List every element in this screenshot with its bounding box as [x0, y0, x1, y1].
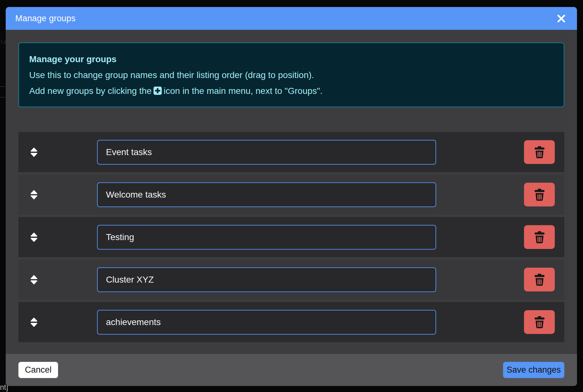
sort-arrows-icon [30, 274, 38, 285]
close-button[interactable] [555, 12, 567, 25]
square-plus-icon [154, 87, 162, 95]
info-box: Manage your groups Use this to change gr… [18, 42, 564, 107]
info-heading: Manage your groups [29, 51, 554, 67]
group-row [18, 217, 564, 257]
delete-group-button[interactable] [524, 183, 555, 206]
close-icon [557, 14, 566, 23]
group-row [18, 174, 564, 215]
group-name-input[interactable] [97, 182, 436, 207]
modal-body: Manage your groups Use this to change gr… [6, 30, 577, 354]
info-line-2-before: Add new groups by clicking the [29, 86, 152, 96]
delete-group-button[interactable] [524, 140, 555, 164]
manage-groups-modal: Manage groups Manage your groups Use thi… [6, 7, 577, 386]
trash-icon [534, 231, 545, 244]
drag-handle[interactable] [27, 228, 41, 247]
save-changes-button[interactable]: Save changes [503, 362, 564, 378]
info-line-2: Add new groups by clicking theicon in th… [29, 83, 554, 99]
cancel-button[interactable]: Cancel [18, 362, 58, 378]
sort-arrows-icon [30, 232, 38, 243]
group-row [18, 132, 564, 172]
trash-icon [534, 146, 545, 159]
group-name-input[interactable] [97, 267, 436, 292]
group-row [18, 259, 564, 300]
background-line [0, 97, 6, 98]
drag-handle[interactable] [27, 270, 41, 289]
group-list [18, 132, 564, 342]
delete-group-button[interactable] [524, 268, 555, 291]
group-name-input[interactable] [97, 140, 436, 165]
modal-title: Manage groups [15, 14, 75, 23]
drag-handle[interactable] [27, 185, 41, 204]
screen: l a nt] Manage groups Manage your groups… [0, 0, 583, 392]
delete-group-button[interactable] [524, 310, 555, 334]
group-name-input[interactable] [97, 225, 436, 250]
group-row [18, 302, 564, 342]
info-line-1: Use this to change group names and their… [29, 67, 554, 83]
trash-icon [534, 273, 545, 286]
sort-arrows-icon [30, 317, 38, 328]
info-line-2-after: icon in the main menu, next to "Groups". [164, 86, 323, 96]
drag-handle[interactable] [27, 313, 41, 332]
modal-header: Manage groups [6, 7, 577, 30]
modal-footer: Cancel Save changes [6, 354, 577, 386]
delete-group-button[interactable] [524, 225, 555, 249]
trash-icon [534, 188, 545, 201]
sort-arrows-icon [30, 189, 38, 200]
drag-handle[interactable] [27, 143, 41, 162]
group-name-input[interactable] [97, 310, 436, 335]
background-line [0, 86, 6, 87]
sort-arrows-icon [30, 147, 38, 158]
trash-icon [534, 316, 545, 329]
